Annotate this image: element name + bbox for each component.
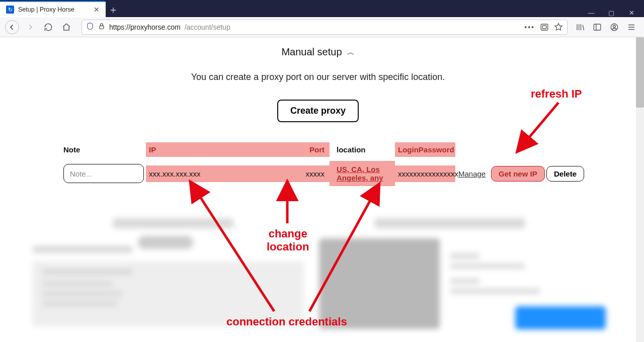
col-login: Login [398, 145, 419, 154]
col-port: Port [309, 145, 325, 154]
proxy-table-headers: Note IP Port location Login Password [60, 142, 636, 157]
page-viewport: Manual setup ︿ You can create a proxy po… [0, 37, 644, 342]
address-bar[interactable]: https://proxyhorse.com/account/setup ••• [82, 20, 568, 35]
url-path: /account/setup [185, 23, 230, 31]
window-controls: — ▢ ✕ [587, 5, 644, 17]
lock-icon[interactable] [98, 23, 105, 31]
nav-home-button[interactable] [59, 20, 73, 34]
login-value: xxxxxxxx [398, 169, 428, 178]
tab-title: Setup | Proxy Horse [18, 6, 74, 13]
svg-point-5 [613, 25, 616, 28]
login-password-cell: xxxxxxxx xxxxxxxx [395, 165, 455, 182]
location-link[interactable]: US, CA, Los Angeles, any [337, 165, 383, 182]
note-input[interactable] [63, 164, 144, 183]
window-minimize-icon[interactable]: — [587, 8, 596, 17]
browser-toolbar: https://proxyhorse.com/account/setup ••• [0, 17, 644, 37]
password-value: xxxxxxxx [428, 169, 458, 178]
delete-button[interactable]: Delete [546, 166, 584, 182]
nav-forward-button[interactable] [23, 20, 37, 34]
section-title: Manual setup [281, 46, 342, 58]
get-new-ip-cell: Get new IP [488, 162, 543, 186]
window-maximize-icon[interactable]: ▢ [607, 8, 616, 17]
hamburger-menu-icon[interactable] [627, 23, 636, 32]
note-cell [60, 160, 146, 187]
col-login-password: Login Password [395, 142, 455, 157]
manage-link[interactable]: Manage [458, 169, 486, 178]
new-tab-button[interactable]: ＋ [106, 2, 121, 17]
svg-rect-0 [100, 26, 104, 29]
browser-tab-strip: ↻ Setup | Proxy Horse ✕ ＋ — ▢ ✕ [0, 0, 644, 17]
page-actions-icon[interactable]: ••• [524, 23, 535, 31]
tab-close-icon[interactable]: ✕ [94, 6, 100, 13]
location-cell: US, CA, Los Angeles, any [330, 161, 395, 186]
create-proxy-button[interactable]: Create proxy [277, 100, 359, 122]
delete-cell: Delete [543, 162, 589, 186]
manage-cell: Manage [455, 165, 488, 182]
chevron-up-icon: ︿ [347, 48, 355, 57]
reader-view-icon[interactable] [540, 23, 549, 32]
tab-favicon: ↻ [6, 6, 14, 14]
nav-back-button[interactable] [5, 20, 19, 34]
port-value: xxxxx [306, 169, 325, 178]
tracking-protection-icon[interactable] [86, 22, 94, 32]
col-ip-port: IP Port [146, 142, 330, 157]
window-close-icon[interactable]: ✕ [627, 8, 636, 17]
svg-rect-1 [541, 24, 548, 30]
ip-value: xxx.xxx.xxx.xxx [149, 169, 201, 178]
sidebar-icon[interactable] [593, 23, 602, 32]
col-ip: IP [149, 145, 156, 154]
col-note: Note [60, 142, 146, 157]
scrollbar-thumb[interactable] [636, 37, 644, 108]
proxy-table-row: xxx.xxx.xxx.xxx xxxxx US, CA, Los Angele… [60, 160, 636, 187]
account-icon[interactable] [610, 23, 619, 32]
section-subtitle: You can create a proxy port on our serve… [0, 72, 636, 82]
library-icon[interactable] [576, 23, 585, 32]
col-password: Password [419, 145, 454, 154]
browser-tab-active[interactable]: ↻ Setup | Proxy Horse ✕ [0, 1, 106, 17]
svg-rect-2 [542, 26, 546, 29]
col-location: location [330, 142, 395, 157]
get-new-ip-button[interactable]: Get new IP [491, 166, 545, 182]
bookmark-star-icon[interactable] [554, 23, 563, 32]
nav-reload-button[interactable] [41, 20, 55, 34]
blurred-content [12, 218, 629, 334]
ip-port-cell: xxx.xxx.xxx.xxx xxxxx [146, 165, 330, 182]
svg-rect-3 [594, 24, 601, 30]
url-host: https://proxyhorse.com [109, 23, 181, 31]
section-header[interactable]: Manual setup ︿ [0, 46, 636, 58]
